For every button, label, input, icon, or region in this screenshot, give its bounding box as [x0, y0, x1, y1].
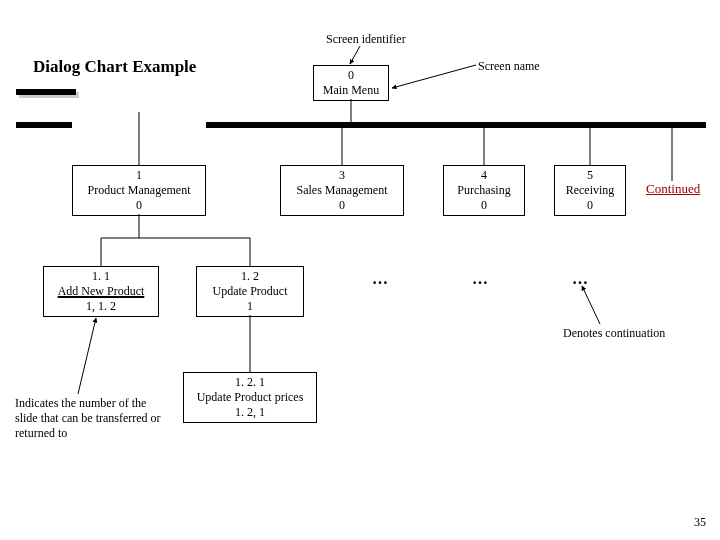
node-4-name: Purchasing — [448, 183, 520, 198]
node-1-1-name[interactable]: Add New Product — [48, 284, 154, 299]
node-5-ref: 0 — [559, 198, 621, 213]
ellipsis-1: … — [372, 270, 388, 288]
node-1-ref: 0 — [77, 198, 201, 213]
node-3-id: 3 — [285, 168, 399, 183]
svg-line-14 — [582, 286, 600, 324]
node-root-name: Main Menu — [318, 83, 384, 98]
svg-line-1 — [392, 65, 476, 88]
annotation-denotes: Denotes continuation — [563, 326, 665, 341]
node-root-id: 0 — [318, 68, 384, 83]
node-1: 1 Product Management 0 — [72, 165, 206, 216]
label-screen-name: Screen name — [478, 59, 540, 74]
node-root: 0 Main Menu — [313, 65, 389, 101]
node-3-ref: 0 — [285, 198, 399, 213]
node-4: 4 Purchasing 0 — [443, 165, 525, 216]
annotation-indicates: Indicates the number of the slide that c… — [15, 396, 171, 441]
node-3: 3 Sales Management 0 — [280, 165, 404, 216]
node-1-1: 1. 1 Add New Product 1, 1. 2 — [43, 266, 159, 317]
node-1-2-name: Update Product — [201, 284, 299, 299]
title-underline — [16, 89, 76, 95]
node-3-name: Sales Management — [285, 183, 399, 198]
node-5-id: 5 — [559, 168, 621, 183]
ellipsis-2: … — [472, 270, 488, 288]
page-title: Dialog Chart Example — [33, 57, 196, 77]
node-1-1-ref: 1, 1. 2 — [48, 299, 154, 314]
node-1-2-id: 1. 2 — [201, 269, 299, 284]
node-1-2-ref: 1 — [201, 299, 299, 314]
node-4-ref: 0 — [448, 198, 520, 213]
svg-line-13 — [78, 318, 96, 394]
node-5: 5 Receiving 0 — [554, 165, 626, 216]
bar-gap — [72, 122, 206, 128]
node-4-id: 4 — [448, 168, 520, 183]
node-1-id: 1 — [77, 168, 201, 183]
label-screen-identifier: Screen identifier — [326, 32, 406, 47]
node-1-2-1-ref: 1. 2, 1 — [188, 405, 312, 420]
continued-link[interactable]: Continued — [646, 181, 700, 197]
node-1-name: Product Management — [77, 183, 201, 198]
node-1-2: 1. 2 Update Product 1 — [196, 266, 304, 317]
node-1-2-1-id: 1. 2. 1 — [188, 375, 312, 390]
node-1-1-id: 1. 1 — [48, 269, 154, 284]
ellipsis-3: … — [572, 270, 588, 288]
node-5-name: Receiving — [559, 183, 621, 198]
page-number: 35 — [694, 515, 706, 530]
node-1-2-1: 1. 2. 1 Update Product prices 1. 2, 1 — [183, 372, 317, 423]
svg-line-0 — [350, 46, 360, 64]
node-1-2-1-name: Update Product prices — [188, 390, 312, 405]
